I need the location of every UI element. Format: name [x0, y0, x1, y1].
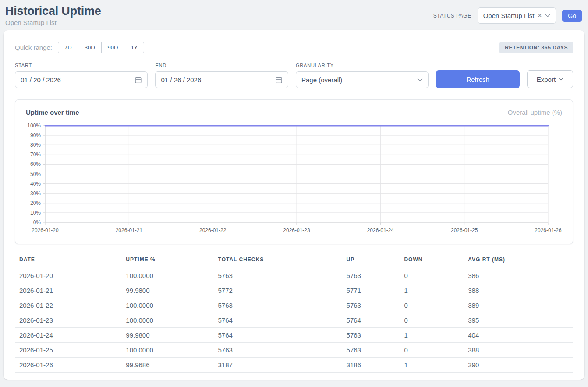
y-axis-tick-label: 80%: [30, 142, 41, 148]
end-date-input[interactable]: 01 / 26 / 2026: [155, 71, 288, 88]
start-date-label: START: [15, 63, 148, 68]
main-card: Quick range: 7D30D90D1Y RETENTION: 365 D…: [4, 30, 584, 380]
uptime-table-wrap: DATEUPTIME %TOTAL CHECKSUPDOWNAVG RT (MS…: [15, 255, 573, 373]
table-cell: 0: [400, 268, 464, 283]
y-axis-tick-label: 20%: [30, 200, 41, 206]
table-cell: 395: [464, 313, 573, 328]
start-date-value: 01 / 20 / 2026: [21, 76, 61, 84]
table-cell: 5763: [214, 298, 342, 313]
table-cell: 2026-01-20: [15, 268, 121, 283]
chevron-down-icon: [545, 14, 550, 18]
uptime-table: DATEUPTIME %TOTAL CHECKSUPDOWNAVG RT (MS…: [15, 255, 573, 373]
table-cell: 390: [464, 358, 573, 373]
table-cell: 100.0000: [121, 268, 213, 283]
x-axis-tick-label: 2026-01-26: [535, 227, 562, 233]
table-cell: 404: [464, 328, 573, 343]
table-row: 2026-01-2699.9686318731861390: [15, 358, 573, 373]
table-cell: 1: [400, 358, 464, 373]
y-axis-tick-label: 50%: [30, 171, 41, 177]
quick-range-90d[interactable]: 90D: [101, 42, 124, 53]
table-cell: 5763: [342, 343, 400, 358]
calendar-icon[interactable]: [275, 76, 283, 84]
retention-badge: RETENTION: 365 DAYS: [499, 42, 573, 53]
quick-range-7d[interactable]: 7D: [58, 42, 78, 53]
column-header: UP: [342, 255, 400, 268]
table-cell: 0: [400, 298, 464, 313]
uptime-chart: 100%90%80%70%60%50%40%30%20%10%0%2026-01…: [26, 121, 563, 238]
start-date-input[interactable]: 01 / 20 / 2026: [15, 71, 148, 88]
header-right: STATUS PAGE Open Startup List ✕ Go: [433, 7, 582, 24]
export-button[interactable]: Export: [527, 70, 573, 88]
table-row: 2026-01-22100.0000576357630389: [15, 298, 573, 313]
x-axis-tick-label: 2026-01-25: [451, 227, 478, 233]
x-axis-tick-label: 2026-01-20: [32, 227, 59, 233]
x-axis-tick-label: 2026-01-24: [367, 227, 394, 233]
quick-range-label: Quick range:: [15, 44, 52, 51]
page-header: Historical Uptime Open Startup List STAT…: [0, 0, 588, 26]
y-axis-tick-label: 30%: [30, 190, 41, 197]
chart-legend: Overall uptime (%): [508, 109, 562, 116]
go-button[interactable]: Go: [562, 10, 582, 22]
column-header: DATE: [15, 255, 121, 268]
table-cell: 100.0000: [121, 313, 213, 328]
chevron-down-icon: [559, 77, 563, 81]
granularity-select[interactable]: Page (overall): [296, 71, 429, 88]
table-row: 2026-01-2199.9800577257711388: [15, 283, 573, 298]
table-cell: 3187: [214, 358, 342, 373]
table-row: 2026-01-25100.0000576357630388: [15, 343, 573, 358]
x-axis-tick-label: 2026-01-22: [199, 227, 227, 233]
table-row: 2026-01-20100.0000576357630386: [15, 268, 573, 283]
status-page-select[interactable]: Open Startup List ✕: [478, 7, 556, 24]
refresh-button[interactable]: Refresh: [436, 70, 519, 88]
y-axis-tick-label: 0%: [33, 219, 41, 225]
column-header: UPTIME %: [121, 255, 213, 268]
table-row: 2026-01-2499.9800576457631404: [15, 328, 573, 343]
column-header: DOWN: [400, 255, 464, 268]
table-cell: 5764: [342, 313, 400, 328]
table-cell: 5771: [342, 283, 400, 298]
table-cell: 100.0000: [121, 298, 213, 313]
y-axis-tick-label: 60%: [30, 161, 41, 167]
quick-range-1y[interactable]: 1Y: [124, 42, 144, 53]
y-axis-tick-label: 40%: [30, 181, 41, 187]
table-cell: 5763: [214, 268, 342, 283]
chart-header: Uptime over time Overall uptime (%): [26, 109, 562, 116]
column-header: TOTAL CHECKS: [214, 255, 342, 268]
calendar-icon[interactable]: [135, 76, 142, 84]
quick-range-group: 7D30D90D1Y: [58, 42, 144, 53]
table-cell: 5763: [342, 298, 400, 313]
x-axis-tick-label: 2026-01-21: [116, 227, 143, 233]
table-row: 2026-01-23100.0000576457640395: [15, 313, 573, 328]
chart-title: Uptime over time: [26, 109, 79, 116]
table-cell: 5763: [214, 343, 342, 358]
table-cell: 5764: [214, 328, 342, 343]
y-axis-tick-label: 10%: [30, 210, 41, 216]
table-cell: 5763: [342, 328, 400, 343]
chart-area: 100%90%80%70%60%50%40%30%20%10%0%2026-01…: [26, 121, 562, 239]
table-cell: 5763: [342, 268, 400, 283]
title-block: Historical Uptime Open Startup List: [5, 4, 101, 26]
table-cell: 1: [400, 283, 464, 298]
end-date-label: END: [155, 63, 288, 68]
y-axis-tick-label: 100%: [27, 123, 41, 129]
end-date-field: END 01 / 26 / 2026: [155, 63, 288, 88]
page-subtitle: Open Startup List: [5, 19, 101, 26]
status-page-select-value: Open Startup List: [483, 12, 535, 19]
table-cell: 389: [464, 298, 573, 313]
quick-range-row: Quick range: 7D30D90D1Y RETENTION: 365 D…: [15, 42, 573, 53]
y-axis-tick-label: 90%: [30, 132, 41, 138]
chart-card: Uptime over time Overall uptime (%) 100%…: [15, 99, 573, 244]
clear-icon[interactable]: ✕: [537, 13, 542, 18]
table-cell: 0: [400, 313, 464, 328]
granularity-value: Page (overall): [301, 76, 342, 84]
table-cell: 99.9686: [121, 358, 213, 373]
column-header: AVG RT (MS): [464, 255, 573, 268]
status-page-label: STATUS PAGE: [433, 13, 471, 19]
quick-range-30d[interactable]: 30D: [78, 42, 101, 53]
table-cell: 388: [464, 283, 573, 298]
start-date-field: START 01 / 20 / 2026: [15, 63, 148, 88]
x-axis-tick-label: 2026-01-23: [283, 227, 310, 233]
table-header-row: DATEUPTIME %TOTAL CHECKSUPDOWNAVG RT (MS…: [15, 255, 573, 268]
table-cell: 5764: [214, 313, 342, 328]
table-cell: 100.0000: [121, 343, 213, 358]
